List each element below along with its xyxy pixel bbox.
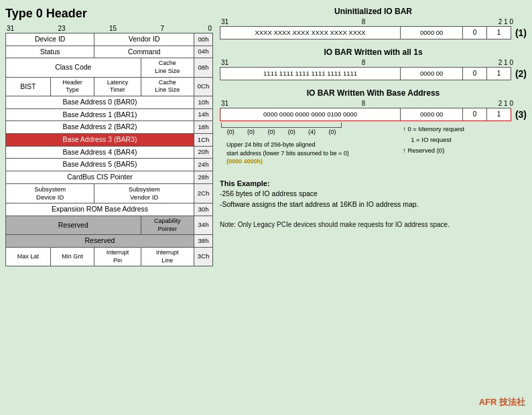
- bar2-row: 1111 1111 1111 1111 1111 1111 0000 00 0 …: [220, 67, 527, 80]
- bar3-annot-right: ↑ 0 = Memory request 1 = IO request ↑ Re…: [403, 122, 527, 166]
- column-numbers: 31 23 15 7 0: [5, 25, 213, 32]
- table-row: Class Code CacheLine Size 08h: [6, 58, 213, 77]
- bar1-title: Uninitialized IO BAR: [220, 7, 527, 16]
- bar3-cell-1: 1: [487, 108, 511, 120]
- table-row: SubsystemDevice ID SubsystemVendor ID 2C…: [6, 183, 213, 203]
- example-box: This Example: -256 bytes of IO address s…: [220, 178, 527, 210]
- page-title: Type 0 Header: [5, 7, 213, 21]
- bar3-row: 0000 0000 0000 0000 0100 0000 0000 00 0 …: [220, 108, 527, 121]
- bar2-title: IO BAR Written with all 1s: [220, 48, 527, 57]
- bar3-annot-left: (0) (0) (0) (0) (4) (0) Upper 24 bits of…: [220, 122, 403, 166]
- table-row: Device ID Vendor ID 00h: [6, 33, 213, 46]
- bar3-cell-data: 0000 0000 0000 0000 0100 0000: [220, 108, 401, 120]
- table-row: BIST HeaderType LatencyTimer CacheLine S…: [6, 77, 213, 96]
- table-row: Base Address 0 (BAR0) 10h: [6, 96, 213, 109]
- bar2-cell-1: 1: [487, 68, 511, 80]
- right-panel: Uninitialized IO BAR 31 8 2 1 0 XXXX XXX…: [220, 7, 527, 410]
- table-row: Reserved CapabilityPointer 34h: [6, 216, 213, 234]
- table-row-bar3: Base Address 3 (BAR3) 1Ch: [6, 133, 213, 146]
- table-row: Max Lat Min Gnt InterruptPin InterruptLi…: [6, 247, 213, 266]
- bar2-cell-1111: 1111 1111 1111 1111 1111 1111: [220, 68, 401, 80]
- note-text: Note: Only Legacy PCIe devices should ma…: [220, 220, 527, 230]
- bar3-section: IO BAR Written With Base Address 31 8 2 …: [220, 88, 527, 166]
- table-row: Status Command 04h: [6, 46, 213, 58]
- bar3-bit-labels: 31 8 2 1 0: [220, 100, 527, 107]
- table-row: Reserved 38h: [6, 235, 213, 248]
- bar1-cell-xxxx: XXXX XXXX XXXX XXXX XXXX XXXX: [220, 27, 401, 39]
- bar3-number: (3): [515, 109, 527, 120]
- bar3-cell-0000: 0000 00: [401, 108, 463, 120]
- bar2-number: (2): [515, 68, 527, 79]
- bar1-cell-0000: 0000 00: [401, 27, 463, 39]
- table-row: Base Address 5 (BAR5) 24h: [6, 159, 213, 171]
- table-row: Expansion ROM Base Address 30h: [6, 203, 213, 216]
- bar2-section: IO BAR Written with all 1s 31 8 2 1 0 11…: [220, 48, 527, 80]
- bar2-cell-0: 0: [463, 68, 487, 80]
- bar3-cell-0: 0: [463, 108, 487, 120]
- bar2-bit-labels: 31 8 2 1 0: [220, 59, 527, 66]
- watermark: AFR 技法社: [479, 396, 525, 408]
- bar3-brace-labels: (0) (0) (0) (0) (4) (0): [221, 129, 342, 135]
- table-row: Base Address 2 (BAR2) 18h: [6, 121, 213, 134]
- bar1-number: (1): [515, 27, 527, 38]
- bar3-title: IO BAR Written With Base Address: [220, 88, 527, 98]
- table-row: CardBus CIS Pointer 28h: [6, 171, 213, 183]
- bar1-cell-1: 1: [487, 27, 511, 39]
- bar2-cell-0000: 0000 00: [401, 68, 463, 80]
- table-row: Base Address 4 (BAR4) 20h: [6, 146, 213, 159]
- table-row: Base Address 1 (BAR1) 14h: [6, 108, 213, 121]
- bar1-row: XXXX XXXX XXXX XXXX XXXX XXXX 0000 00 0 …: [220, 26, 527, 39]
- left-panel: Type 0 Header 31 23 15 7 0 Device ID Ven…: [5, 7, 213, 410]
- bar1-bit-labels: 31 8 2 1 0: [220, 18, 527, 25]
- bar1-section: Uninitialized IO BAR 31 8 2 1 0 XXXX XXX…: [220, 7, 527, 39]
- bar3-upper-note: Upper 24 bits of 256-byte aligned start …: [226, 141, 403, 166]
- bar3-annotations: (0) (0) (0) (0) (4) (0) Upper 24 bits of…: [220, 122, 527, 166]
- header-table: Device ID Vendor ID 00h Status Command 0…: [5, 33, 213, 266]
- bar1-cell-0: 0: [463, 27, 487, 39]
- bar3-brace: [221, 122, 342, 128]
